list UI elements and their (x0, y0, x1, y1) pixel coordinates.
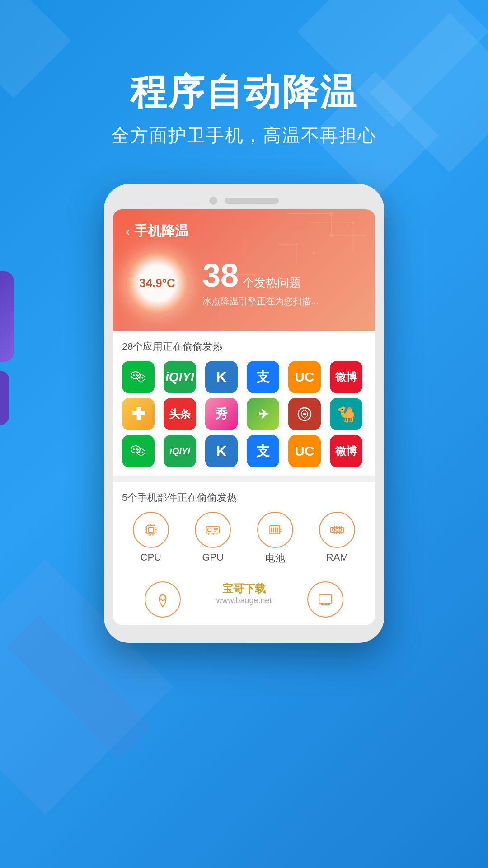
phone-top-bar (113, 197, 375, 205)
svg-point-27 (139, 452, 141, 453)
svg-point-10 (295, 243, 298, 245)
phone-speaker (225, 198, 279, 204)
battery-label: 电池 (265, 552, 285, 565)
app-title: 手机降温 (134, 222, 188, 241)
app-icon-netease[interactable] (288, 398, 321, 430)
watermark-brand: 宝哥下载 (216, 581, 272, 596)
location-icon (154, 590, 172, 609)
svg-point-22 (303, 413, 306, 415)
phone-mockup: ‹ 手机降温 34.9°C 38 个发热问题 冰点降温引擎正在为您扫描... (0, 184, 488, 643)
gpu-icon (204, 521, 222, 539)
component-gpu: GPU (184, 512, 242, 565)
components-section-label: 5个手机部件正在偷偷发热 (122, 491, 366, 505)
apps-row-1: iQIYI K 支 UC 微博 (122, 361, 366, 393)
app-icon-alipay-2[interactable]: 支 (247, 435, 279, 467)
header-info: 38 个发热问题 冰点降温引擎正在为您扫描... (202, 259, 319, 307)
hero-section: 程序自动降温 全方面护卫手机，高温不再担心 (0, 0, 488, 148)
components-section: 5个手机部件正在偷偷发热 (113, 482, 375, 574)
bottom-baoge: 宝哥下载 www.baoge.net (203, 581, 285, 618)
svg-rect-63 (339, 528, 342, 531)
apps-section: 28个应用正在偷偷发热 iQIYI K 支 (113, 331, 375, 476)
ram-label: RAM (326, 552, 348, 563)
hero-title: 程序自动降温 (0, 72, 488, 112)
location-icon-circle (145, 581, 181, 618)
app-icon-iqiyi-2[interactable]: iQIYI (164, 435, 196, 467)
cpu-icon (142, 521, 160, 539)
svg-point-24 (133, 448, 135, 450)
screen-icon (316, 590, 334, 609)
app-icon-uc-2[interactable]: UC (288, 435, 321, 467)
app-icon-alipay[interactable]: 支 (247, 361, 279, 393)
app-icon-toutiao[interactable]: 头条 (164, 398, 196, 430)
issue-count: 38 (202, 259, 239, 292)
app-icon-wechat[interactable] (122, 361, 155, 393)
scan-text: 冰点降温引擎正在为您扫描... (202, 295, 319, 307)
svg-point-20 (142, 377, 143, 379)
cpu-icon-circle (133, 512, 169, 548)
svg-rect-29 (147, 526, 155, 534)
bottom-location (122, 581, 203, 618)
component-cpu: CPU (122, 512, 180, 565)
battery-icon-circle (257, 512, 293, 548)
back-button[interactable]: ‹ (126, 224, 130, 239)
phone-screen: ‹ 手机降温 34.9°C 38 个发热问题 冰点降温引擎正在为您扫描... (113, 209, 375, 625)
issue-label: 个发热问题 (242, 275, 301, 291)
phone-camera (209, 197, 217, 205)
svg-rect-62 (336, 528, 338, 531)
cpu-label: CPU (141, 552, 161, 563)
svg-rect-30 (148, 528, 153, 533)
ram-icon (328, 521, 346, 539)
component-ram: RAM (309, 512, 366, 565)
apps-row-2: ✚ 头条 秀 ✈ 🐪 (122, 398, 366, 430)
svg-point-16 (133, 374, 135, 376)
app-icon-xiu[interactable]: 秀 (205, 398, 238, 430)
ram-icon-circle (319, 512, 355, 548)
gpu-icon-circle (195, 512, 231, 548)
svg-point-28 (142, 452, 143, 453)
gpu-label: GPU (202, 552, 224, 563)
watermark-url: www.baoge.net (216, 596, 272, 605)
svg-rect-61 (333, 528, 335, 531)
bottom-row: 宝哥下载 www.baoge.net (113, 574, 375, 625)
component-battery: 电池 (246, 512, 304, 565)
app-icon-kuwo-2[interactable]: K (205, 435, 238, 467)
apps-section-label: 28个应用正在偷偷发热 (122, 340, 366, 354)
temperature-value: 34.9°C (139, 276, 175, 290)
section-divider (113, 476, 375, 482)
svg-point-3 (329, 212, 333, 216)
bottom-screen (285, 581, 366, 618)
app-icon-camel[interactable]: 🐪 (330, 398, 362, 430)
header-content: 34.9°C 38 个发热问题 冰点降温引擎正在为您扫描... (126, 251, 362, 315)
svg-rect-44 (208, 528, 211, 531)
svg-point-19 (139, 377, 141, 379)
temperature-circle: 34.9°C (126, 251, 189, 315)
screen-icon-circle (307, 581, 343, 618)
app-icon-amap[interactable]: ✈ (247, 398, 279, 430)
app-icon-uc[interactable]: UC (288, 361, 321, 393)
hero-subtitle: 全方面护卫手机，高温不再担心 (0, 123, 488, 148)
app-header: ‹ 手机降温 34.9°C 38 个发热问题 冰点降温引擎正在为您扫描... (113, 209, 375, 331)
phone-body: ‹ 手机降温 34.9°C 38 个发热问题 冰点降温引擎正在为您扫描... (104, 184, 384, 643)
app-icon-iqiyi[interactable]: iQIYI (164, 361, 196, 393)
apps-row-3: iQIYI K 支 UC 微博 (122, 435, 366, 467)
app-icon-weibo[interactable]: 微博 (330, 361, 362, 393)
svg-rect-77 (319, 595, 332, 603)
battery-icon (266, 521, 284, 539)
app-icon-wechat-2[interactable] (122, 435, 155, 467)
app-icon-kuwo[interactable]: K (205, 361, 238, 393)
app-icon-weibo-2[interactable]: 微博 (330, 435, 362, 467)
app-icon-360[interactable]: ✚ (122, 398, 155, 430)
app-header-top: ‹ 手机降温 (126, 222, 362, 241)
components-grid: CPU (122, 512, 366, 565)
